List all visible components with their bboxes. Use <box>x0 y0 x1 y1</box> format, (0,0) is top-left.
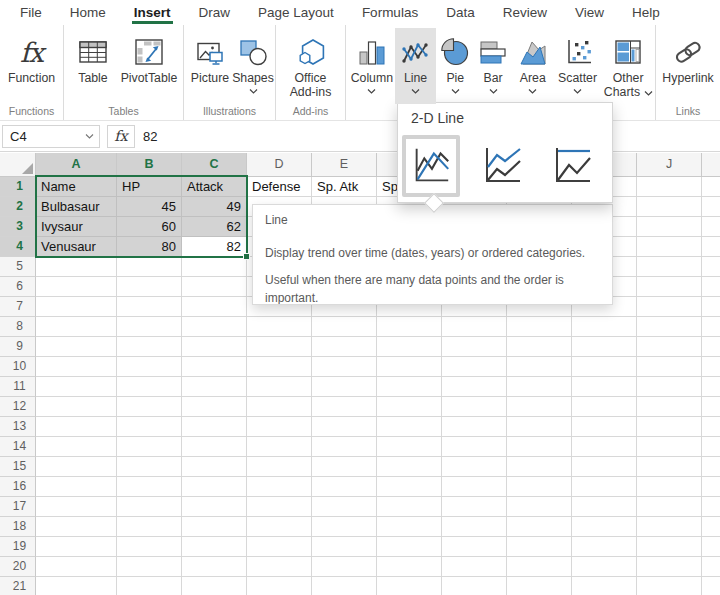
cell-B6[interactable] <box>117 277 182 297</box>
cell-B5[interactable] <box>117 257 182 277</box>
cell-F18[interactable] <box>377 517 442 537</box>
row-header-6[interactable]: 6 <box>0 277 36 297</box>
cell-G16[interactable] <box>442 477 507 497</box>
cell-G13[interactable] <box>442 417 507 437</box>
cell-G10[interactable] <box>442 357 507 377</box>
cell-partial[interactable] <box>702 257 720 277</box>
cell-C3[interactable]: 62 <box>182 217 247 237</box>
cell-F19[interactable] <box>377 537 442 557</box>
cell-A10[interactable] <box>36 357 117 377</box>
cell-H15[interactable] <box>507 457 572 477</box>
cell-D18[interactable] <box>247 517 312 537</box>
cell-J16[interactable] <box>637 477 702 497</box>
cell-J11[interactable] <box>637 377 702 397</box>
cell-B7[interactable] <box>117 297 182 317</box>
pie-chart-button[interactable]: Pie <box>436 28 474 103</box>
cell-C2[interactable]: 49 <box>182 197 247 217</box>
cell-H9[interactable] <box>507 337 572 357</box>
cell-E14[interactable] <box>312 437 377 457</box>
cell-A15[interactable] <box>36 457 117 477</box>
cell-H12[interactable] <box>507 397 572 417</box>
cell-partial[interactable] <box>702 577 720 595</box>
cell-B11[interactable] <box>117 377 182 397</box>
tab-home[interactable]: Home <box>56 0 120 25</box>
row-header-1[interactable]: 1 <box>0 177 36 197</box>
cell-I9[interactable] <box>572 337 637 357</box>
cell-J12[interactable] <box>637 397 702 417</box>
cell-J4[interactable] <box>637 237 702 257</box>
cell-J5[interactable] <box>637 257 702 277</box>
cell-J17[interactable] <box>637 497 702 517</box>
row-header-19[interactable]: 19 <box>0 537 36 557</box>
other-charts-button[interactable]: Other Charts <box>601 28 655 103</box>
cell-H13[interactable] <box>507 417 572 437</box>
row-header-21[interactable]: 21 <box>0 577 36 595</box>
cell-F12[interactable] <box>377 397 442 417</box>
cell-E11[interactable] <box>312 377 377 397</box>
row-header-14[interactable]: 14 <box>0 437 36 457</box>
cell-D9[interactable] <box>247 337 312 357</box>
cell-B9[interactable] <box>117 337 182 357</box>
tab-review[interactable]: Review <box>489 0 561 25</box>
cell-I21[interactable] <box>572 577 637 595</box>
cell-G11[interactable] <box>442 377 507 397</box>
cell-C6[interactable] <box>182 277 247 297</box>
cell-partial[interactable] <box>702 477 720 497</box>
cell-D21[interactable] <box>247 577 312 595</box>
cell-E20[interactable] <box>312 557 377 577</box>
cell-E12[interactable] <box>312 397 377 417</box>
cell-E13[interactable] <box>312 417 377 437</box>
cell-B8[interactable] <box>117 317 182 337</box>
tab-formulas[interactable]: Formulas <box>348 0 432 25</box>
insert-function-button[interactable]: fx <box>107 125 135 148</box>
cell-B17[interactable] <box>117 497 182 517</box>
cell-A1[interactable]: Name <box>36 177 117 197</box>
cell-A17[interactable] <box>36 497 117 517</box>
cell-A4[interactable]: Venusaur <box>36 237 117 257</box>
cell-F13[interactable] <box>377 417 442 437</box>
cell-C21[interactable] <box>182 577 247 595</box>
cell-C12[interactable] <box>182 397 247 417</box>
cell-A13[interactable] <box>36 417 117 437</box>
office-addins-button[interactable]: Office Add-ins <box>279 28 343 103</box>
cell-D11[interactable] <box>247 377 312 397</box>
cell-J9[interactable] <box>637 337 702 357</box>
cell-A16[interactable] <box>36 477 117 497</box>
column-header-B[interactable]: B <box>117 153 182 177</box>
cell-J8[interactable] <box>637 317 702 337</box>
cell-A12[interactable] <box>36 397 117 417</box>
cell-B19[interactable] <box>117 537 182 557</box>
cell-A20[interactable] <box>36 557 117 577</box>
cell-A18[interactable] <box>36 517 117 537</box>
cell-D19[interactable] <box>247 537 312 557</box>
cell-H20[interactable] <box>507 557 572 577</box>
cell-A21[interactable] <box>36 577 117 595</box>
hundred-percent-stacked-line-chart-icon[interactable] <box>549 143 595 189</box>
cell-D8[interactable] <box>247 317 312 337</box>
cell-G19[interactable] <box>442 537 507 557</box>
cell-J3[interactable] <box>637 217 702 237</box>
cell-I19[interactable] <box>572 537 637 557</box>
cell-A2[interactable]: Bulbasaur <box>36 197 117 217</box>
cell-G14[interactable] <box>442 437 507 457</box>
row-header-8[interactable]: 8 <box>0 317 36 337</box>
area-chart-button[interactable]: Area <box>512 28 554 103</box>
cell-I18[interactable] <box>572 517 637 537</box>
cell-D16[interactable] <box>247 477 312 497</box>
cell-B1[interactable]: HP <box>117 177 182 197</box>
cell-I17[interactable] <box>572 497 637 517</box>
cell-F17[interactable] <box>377 497 442 517</box>
cell-partial[interactable] <box>702 497 720 517</box>
cell-A8[interactable] <box>36 317 117 337</box>
cell-B12[interactable] <box>117 397 182 417</box>
cell-E18[interactable] <box>312 517 377 537</box>
cell-B21[interactable] <box>117 577 182 595</box>
row-header-5[interactable]: 5 <box>0 257 36 277</box>
name-box[interactable]: C4 <box>2 125 100 148</box>
cell-E16[interactable] <box>312 477 377 497</box>
cell-I16[interactable] <box>572 477 637 497</box>
cell-J10[interactable] <box>637 357 702 377</box>
cell-B10[interactable] <box>117 357 182 377</box>
cell-J15[interactable] <box>637 457 702 477</box>
row-header-3[interactable]: 3 <box>0 217 36 237</box>
